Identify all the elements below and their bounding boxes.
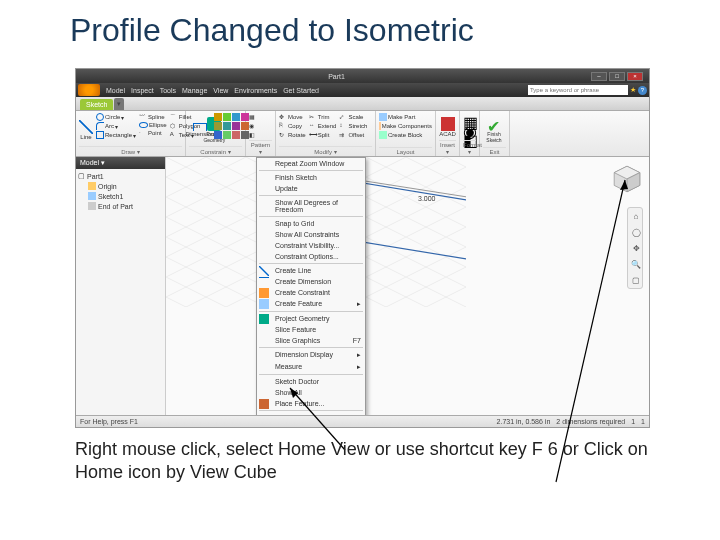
ctx-consvis[interactable]: Constraint Visibility... (257, 240, 365, 251)
menu-get-started[interactable]: Get Started (283, 87, 319, 94)
maximize-button[interactable]: □ (609, 72, 625, 81)
constrain-icon[interactable] (223, 113, 231, 121)
ctx-dim-display[interactable]: Dimension Display▸ (257, 349, 365, 361)
ctx-finish-sketch[interactable]: Finish Sketch (257, 172, 365, 183)
ellipse-button[interactable]: Ellipse (139, 122, 167, 128)
ctx-project-geometry[interactable]: Project Geometry (257, 313, 365, 324)
dimension-width[interactable]: 3.000 (418, 195, 436, 202)
mirror-button[interactable]: ◧ (249, 131, 272, 139)
ctx-allcons[interactable]: Show All Constraints (257, 229, 365, 240)
menu-tools[interactable]: Tools (160, 87, 176, 94)
home-icon[interactable]: ⌂ (628, 208, 644, 224)
ctx-dof[interactable]: Show All Degrees of Freedom (257, 197, 365, 215)
tree-origin[interactable]: Origin (78, 181, 163, 191)
ctx-create-line[interactable]: Create Line (257, 265, 365, 276)
stretch-button[interactable]: ↕Stretch (339, 122, 367, 130)
ctx-consopt[interactable]: Constraint Options... (257, 251, 365, 262)
ctx-slice-feature[interactable]: Slice Feature (257, 324, 365, 335)
group-modify: Modify ▾ (279, 146, 372, 156)
create-block-button[interactable]: Create Block (379, 131, 432, 139)
constrain-icon[interactable] (232, 113, 240, 121)
offset-button[interactable]: ⇉Offset (339, 131, 367, 139)
format-icon[interactable]: ◉ (463, 122, 471, 130)
menu-manage[interactable]: Manage (182, 87, 207, 94)
dimension-button[interactable]: Dimension (189, 113, 211, 146)
group-pattern: Pattern ▾ (249, 140, 272, 156)
tree-root[interactable]: ▢Part1 (78, 171, 163, 181)
tree-sketch[interactable]: Sketch1 (78, 191, 163, 201)
ctx-create-constraint[interactable]: Create Constraint (257, 287, 365, 298)
group-exit: Exit (483, 147, 506, 156)
ctx-create-dimension[interactable]: Create Dimension (257, 276, 365, 287)
menu-view[interactable]: View (213, 87, 228, 94)
minimize-button[interactable]: – (591, 72, 607, 81)
constrain-icon[interactable] (223, 122, 231, 130)
menu-model[interactable]: Model (106, 87, 125, 94)
status-coords: 2.731 in, 0.586 in (497, 418, 551, 425)
close-button[interactable]: × (627, 72, 643, 81)
context-menu: Repeat Zoom Window Finish Sketch Update … (256, 157, 366, 415)
spline-button[interactable]: 〰Spline (139, 113, 167, 121)
ctx-repeat[interactable]: Repeat Zoom Window (257, 158, 365, 169)
tab-extra[interactable]: ▾ (114, 98, 124, 110)
favorite-icon[interactable]: ★ (630, 86, 636, 94)
slide-title: Profile Changed to Isometric (0, 0, 720, 49)
ctx-sketch-doctor[interactable]: Sketch Doctor (257, 376, 365, 387)
point-button[interactable]: ·Point (139, 129, 167, 137)
ctx-place-feature[interactable]: Place Feature... (257, 398, 365, 409)
insert-acad-button[interactable]: ACAD (439, 113, 456, 140)
copy-button[interactable]: ⎘Copy (279, 122, 306, 130)
rotate-button[interactable]: ↻Rotate (279, 131, 306, 139)
orbit-icon[interactable]: ◯ (628, 224, 644, 240)
ctx-snap[interactable]: Snap to Grid (257, 218, 365, 229)
menu-environments[interactable]: Environments (234, 87, 277, 94)
ctx-slice-graphics[interactable]: Slice GraphicsF7 (257, 335, 365, 346)
model-panel: Model ▾ ▢Part1 Origin Sketch1 End of Par… (76, 157, 166, 415)
finish-sketch-button[interactable]: ✔Finish Sketch (483, 113, 505, 147)
status-num2: 1 (641, 418, 645, 425)
ctx-update[interactable]: Update (257, 183, 365, 194)
zoom-icon[interactable]: 🔍 (628, 256, 644, 272)
view-cube[interactable] (611, 163, 643, 195)
lookat-icon[interactable]: ▢ (628, 272, 644, 288)
app-menu-button[interactable] (78, 84, 100, 96)
menu-inspect[interactable]: Inspect (131, 87, 154, 94)
constrain-icon[interactable] (223, 131, 231, 139)
constrain-icon[interactable] (232, 122, 240, 130)
constrain-icon[interactable] (214, 122, 222, 130)
constrain-icon[interactable] (232, 131, 240, 139)
make-part-button[interactable]: Make Part (379, 113, 432, 121)
pattern-circ-button[interactable]: ◉ (249, 122, 272, 130)
scale-button[interactable]: ⤢Scale (339, 113, 367, 121)
ribbon: Line Circle▾ Arc▾ Rectangle▾ 〰Spline Ell… (76, 111, 649, 157)
tree-eop[interactable]: End of Part (78, 201, 163, 211)
trim-button[interactable]: ✂Trim (309, 113, 337, 121)
arc-button[interactable]: Arc▾ (96, 122, 136, 130)
status-num1: 1 (631, 418, 635, 425)
search-input[interactable] (528, 85, 628, 95)
help-icon[interactable]: ? (638, 86, 647, 95)
tab-sketch[interactable]: Sketch (80, 99, 113, 110)
format-icon[interactable]: ◧ (463, 131, 471, 139)
ctx-create-feature[interactable]: Create Feature▸ (257, 298, 365, 310)
circle-button[interactable]: Circle▾ (96, 113, 136, 121)
ctx-show-all[interactable]: Show All (257, 387, 365, 398)
titlebar: Part1 – □ × (76, 69, 649, 83)
constrain-icon[interactable] (214, 113, 222, 121)
rectangle-button[interactable]: Rectangle▾ (96, 131, 136, 139)
model-header[interactable]: Model ▾ (76, 157, 165, 169)
ctx-measure[interactable]: Measure▸ (257, 361, 365, 373)
split-button[interactable]: ⟷Split (309, 131, 337, 139)
group-layout: Layout (379, 147, 432, 156)
line-button[interactable]: Line (79, 113, 93, 146)
slide-caption: Right mouse click, select Home View or u… (75, 438, 655, 483)
move-button[interactable]: ✥Move (279, 113, 306, 121)
constrain-icon[interactable] (214, 131, 222, 139)
canvas[interactable]: 1.000 3.000 ⌂ ◯ ✥ 🔍 ▢ Repeat Zoom Window (166, 157, 649, 415)
format-icon[interactable]: ▦ (463, 113, 471, 121)
make-components-button[interactable]: Make Components (379, 122, 432, 130)
pan-icon[interactable]: ✥ (628, 240, 644, 256)
extend-button[interactable]: ↔Extend (309, 122, 337, 130)
pattern-rect-button[interactable]: ▦ (249, 113, 272, 121)
navigation-bar: ⌂ ◯ ✥ 🔍 ▢ (627, 207, 643, 289)
